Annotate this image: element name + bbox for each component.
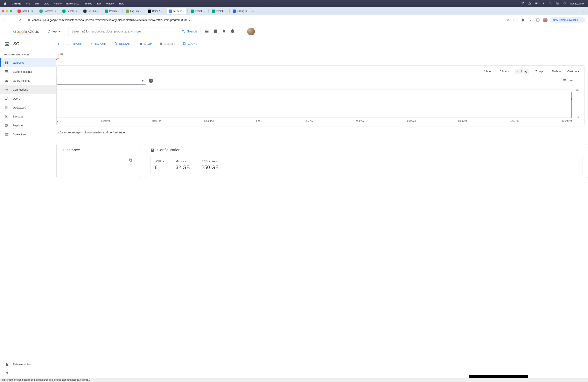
gcp-logo[interactable]: Google Cloud: [13, 29, 40, 34]
menu-history[interactable]: History: [54, 2, 62, 5]
forward-button[interactable]: →: [10, 18, 15, 22]
nav-item-system-insights[interactable]: System insights: [0, 67, 56, 76]
copy-icon[interactable]: [129, 158, 132, 163]
apple-icon[interactable]: [4, 2, 7, 5]
status-icon[interactable]: [528, 2, 531, 5]
browser-tab[interactable]: Conferen ×: [38, 8, 58, 14]
cloud-shell-icon[interactable]: [205, 29, 209, 34]
back-button[interactable]: ←: [3, 18, 7, 22]
range-7d[interactable]: 7 days: [533, 69, 545, 74]
browser-tab[interactable]: Home / ×: [146, 8, 165, 14]
nav-item-backups[interactable]: Backups: [0, 112, 56, 121]
profile-avatar[interactable]: [543, 18, 547, 22]
browser-tab[interactable]: Inbox (5 ×: [16, 8, 35, 14]
chart-legend-icon[interactable]: [563, 78, 567, 83]
more-icon[interactable]: ⋮: [239, 29, 243, 34]
battery-icon[interactable]: [535, 2, 538, 5]
edit-action[interactable]: IT: [57, 42, 59, 45]
close-icon[interactable]: ×: [161, 10, 162, 13]
gcp-search[interactable]: Search: [68, 27, 200, 36]
range-custom[interactable]: Custom ▾: [567, 70, 579, 73]
menu-profiles[interactable]: Profiles: [84, 2, 92, 5]
control-center-icon[interactable]: [556, 2, 559, 5]
nav-item-operations[interactable]: Operations: [0, 130, 56, 139]
nav-item-replicas[interactable]: Replicas: [0, 121, 56, 130]
sidepanel-icon[interactable]: [536, 18, 540, 22]
gcp-search-button[interactable]: Search: [178, 27, 200, 36]
app-name[interactable]: Chrome: [12, 2, 21, 5]
chart-explore-icon[interactable]: [569, 78, 573, 83]
account-avatar[interactable]: [247, 28, 255, 35]
clone-action[interactable]: CLONE: [183, 42, 198, 45]
browser-tab[interactable]: Peerdb ×: [103, 8, 122, 14]
browser-tab[interactable]: Peerdb ×: [189, 8, 207, 14]
connection-field[interactable]: [62, 156, 135, 165]
bookmark-icon[interactable]: ☆: [513, 19, 515, 21]
nav-release-notes[interactable]: Release Notes: [0, 360, 56, 369]
spotlight-icon[interactable]: [549, 2, 552, 5]
import-action[interactable]: IMPORT: [67, 42, 83, 45]
range-1d[interactable]: ✓ 1 day: [515, 69, 529, 74]
menu-edit[interactable]: Edit: [35, 2, 39, 5]
notifications-icon[interactable]: [222, 29, 226, 34]
nav-collapse[interactable]: [0, 369, 56, 378]
menubar-clock[interactable]: Sat 1:22 PM: [570, 2, 584, 5]
product-header[interactable]: SQL: [0, 38, 56, 49]
site-info-icon[interactable]: ⚙︎: [28, 19, 30, 21]
range-6h[interactable]: 6 hours: [498, 69, 511, 74]
omnibox[interactable]: ⚙︎ console.cloud.google.com/sql/instance…: [25, 17, 518, 23]
browser-tab[interactable]: DAIS24 ×: [82, 8, 101, 14]
close-icon[interactable]: ×: [225, 10, 226, 13]
nav-item-connections[interactable]: Connections: [0, 85, 56, 94]
reload-button[interactable]: ⟳: [18, 18, 22, 22]
close-icon[interactable]: ×: [140, 10, 141, 13]
metric-dropdown[interactable]: ▾: [57, 77, 146, 85]
extensions-icon[interactable]: [521, 18, 525, 22]
tab-overflow-button[interactable]: ⌄: [581, 8, 586, 14]
close-icon[interactable]: ×: [75, 10, 77, 13]
browser-tab[interactable]: Log Exp ×: [124, 8, 143, 14]
delete-action[interactable]: DELETE: [159, 42, 175, 45]
browser-tab[interactable]: Editing ×: [231, 8, 249, 14]
zoom-icon[interactable]: ⊕: [507, 19, 509, 21]
close-icon[interactable]: ×: [118, 10, 119, 13]
range-1h[interactable]: 1 hour: [482, 69, 494, 74]
downloads-icon[interactable]: [528, 18, 533, 22]
nav-item-query-insights[interactable]: Query insights: [0, 76, 56, 85]
window-controls[interactable]: [2, 10, 12, 12]
project-picker[interactable]: test ▾: [44, 28, 64, 35]
nav-menu-button[interactable]: [4, 29, 9, 34]
menu-view[interactable]: View: [43, 2, 49, 5]
wifi-icon[interactable]: [542, 2, 545, 5]
close-icon[interactable]: ×: [31, 10, 33, 13]
close-icon[interactable]: ×: [54, 10, 56, 13]
nav-item-databases[interactable]: Databases: [0, 103, 56, 112]
close-icon[interactable]: ×: [204, 10, 205, 13]
siri-icon[interactable]: [563, 2, 566, 5]
stop-action[interactable]: STOP: [139, 42, 152, 45]
export-action[interactable]: EXPORT: [90, 42, 106, 45]
status-icon[interactable]: [521, 2, 524, 5]
browser-tab[interactable]: Peerdb ×: [61, 8, 79, 14]
menu-file[interactable]: File: [26, 2, 30, 5]
chart-more-icon[interactable]: ⋮: [576, 78, 580, 83]
new-chrome-chip[interactable]: New Chrome available⋮: [550, 17, 585, 22]
close-icon[interactable]: ×: [245, 10, 247, 13]
help-icon[interactable]: [231, 29, 235, 34]
metric-help-icon[interactable]: ?: [149, 79, 153, 83]
close-icon[interactable]: ×: [183, 10, 184, 13]
terminal-icon[interactable]: [213, 29, 218, 34]
menu-window[interactable]: Window: [105, 2, 114, 5]
menu-tab[interactable]: Tab: [97, 2, 101, 5]
menu-help[interactable]: Help: [119, 2, 125, 5]
menu-bookmarks[interactable]: Bookmarks: [66, 2, 79, 5]
new-tab-button[interactable]: ＋: [250, 8, 255, 14]
close-icon[interactable]: ×: [97, 10, 98, 13]
gcp-search-input[interactable]: [68, 30, 178, 33]
restart-action[interactable]: RESTART: [114, 42, 132, 45]
nav-item-overview[interactable]: Overview: [0, 58, 56, 67]
range-30d[interactable]: 30 days: [550, 69, 563, 74]
browser-tab[interactable]: Peerdb ×: [210, 8, 228, 14]
nav-item-users[interactable]: Users: [0, 94, 56, 103]
browser-tab[interactable]: sai-peer ×: [167, 8, 187, 14]
